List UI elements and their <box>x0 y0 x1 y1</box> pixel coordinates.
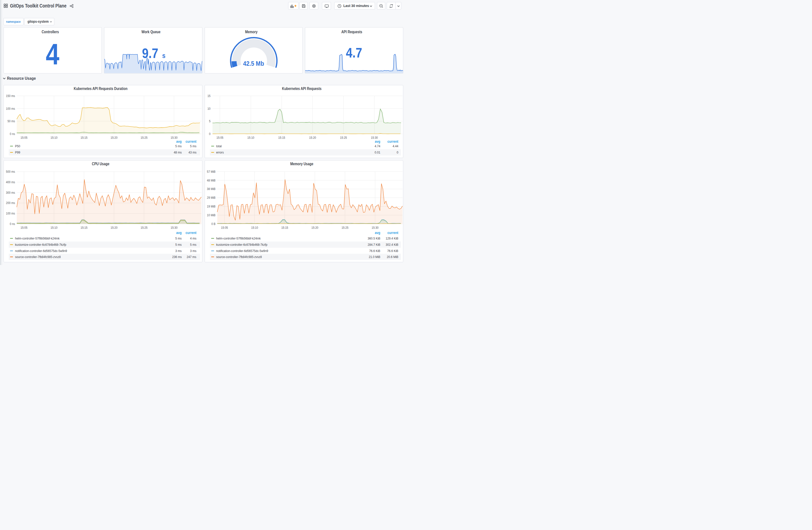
svg-text:15:30: 15:30 <box>371 136 378 139</box>
svg-text:15:10: 15:10 <box>247 136 254 139</box>
svg-text:15:15: 15:15 <box>278 136 285 139</box>
svg-text:15:10: 15:10 <box>50 226 58 230</box>
svg-text:15:30: 15:30 <box>372 226 378 230</box>
svg-text:57 MiB: 57 MiB <box>207 170 215 174</box>
svg-text:15:05: 15:05 <box>20 136 28 139</box>
svg-text:300 ms: 300 ms <box>6 191 15 194</box>
svg-text:15:20: 15:20 <box>309 136 316 139</box>
svg-text:15:20: 15:20 <box>111 136 118 139</box>
svg-text:15: 15 <box>207 94 211 98</box>
svg-text:15:10: 15:10 <box>251 226 258 230</box>
svg-text:19 MiB: 19 MiB <box>207 205 215 208</box>
svg-text:Memory Usage: Memory Usage <box>290 162 313 166</box>
svg-text:0 B: 0 B <box>211 222 215 226</box>
svg-text:200 ms: 200 ms <box>6 201 15 205</box>
svg-text:15:15: 15:15 <box>81 226 88 230</box>
svg-text:400 ms: 400 ms <box>6 180 15 184</box>
svg-text:10: 10 <box>207 107 211 110</box>
svg-text:15:05: 15:05 <box>20 226 28 230</box>
svg-text:15:30: 15:30 <box>171 136 178 139</box>
svg-text:CPU Usage: CPU Usage <box>92 162 109 166</box>
svg-text:15:05: 15:05 <box>216 136 223 139</box>
svg-text:Kubernetes API Requests Durati: Kubernetes API Requests Duration <box>74 86 128 91</box>
svg-text:15:25: 15:25 <box>340 136 347 139</box>
svg-text:Kubernetes API Requests: Kubernetes API Requests <box>282 86 321 91</box>
svg-text:38 MiB: 38 MiB <box>207 187 215 191</box>
svg-text:15:30: 15:30 <box>171 226 178 230</box>
svg-text:29 MiB: 29 MiB <box>207 196 215 200</box>
svg-text:15:20: 15:20 <box>111 226 118 230</box>
svg-text:500 ms: 500 ms <box>6 170 15 174</box>
svg-text:15:15: 15:15 <box>281 226 288 230</box>
svg-text:15:05: 15:05 <box>221 226 228 230</box>
svg-text:150 ms: 150 ms <box>6 94 15 98</box>
svg-text:15:25: 15:25 <box>141 136 148 139</box>
svg-text:0 ns: 0 ns <box>10 222 15 226</box>
svg-text:50 ms: 50 ms <box>8 119 15 123</box>
svg-text:15:25: 15:25 <box>141 226 148 230</box>
svg-text:100 ms: 100 ms <box>6 107 15 110</box>
svg-text:5: 5 <box>209 119 211 123</box>
svg-text:15:25: 15:25 <box>342 226 348 230</box>
svg-text:15:15: 15:15 <box>81 136 88 139</box>
svg-text:10 MiB: 10 MiB <box>207 214 215 217</box>
svg-text:15:10: 15:10 <box>50 136 58 139</box>
svg-text:15:20: 15:20 <box>311 226 318 230</box>
svg-text:0 ns: 0 ns <box>10 132 15 135</box>
svg-text:48 MiB: 48 MiB <box>207 179 215 182</box>
svg-text:0: 0 <box>209 132 211 135</box>
svg-text:100 ms: 100 ms <box>6 212 15 215</box>
